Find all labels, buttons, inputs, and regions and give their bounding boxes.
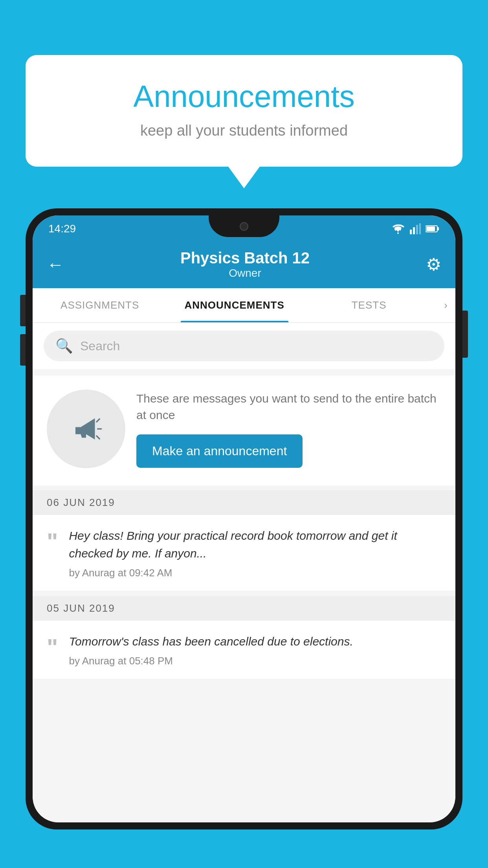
svg-line-7 — [97, 419, 99, 422]
signal-icon — [410, 223, 421, 234]
svg-rect-0 — [410, 230, 412, 234]
status-bar: 14:29 — [33, 215, 455, 242]
speech-bubble-title: Announcements — [57, 79, 431, 114]
announcement-item-2[interactable]: " Tomorrow's class has been cancelled du… — [33, 621, 455, 679]
announcement-meta-1: by Anurag at 09:42 AM — [69, 567, 441, 579]
phone-volume-up-button — [20, 295, 26, 326]
speech-bubble-arrow — [228, 167, 260, 188]
status-icons — [391, 223, 440, 234]
svg-rect-1 — [413, 227, 415, 234]
svg-rect-3 — [419, 223, 421, 234]
phone-wrapper: 14:29 — [26, 208, 462, 868]
quote-icon-2: " — [47, 636, 58, 659]
phone-outer: 14:29 — [26, 208, 462, 829]
wifi-icon — [391, 223, 405, 234]
date-separator-2: 05 JUN 2019 — [33, 596, 455, 621]
tab-announcements[interactable]: ANNOUNCEMENTS — [167, 288, 301, 322]
announcement-content-2: Tomorrow's class has been cancelled due … — [69, 633, 441, 667]
status-time: 14:29 — [48, 223, 76, 235]
speech-bubble: Announcements keep all your students inf… — [26, 55, 462, 167]
app-header: ← Physics Batch 12 Owner ⚙ — [33, 242, 455, 288]
announcement-text-2: Tomorrow's class has been cancelled due … — [69, 633, 441, 650]
speech-bubble-wrapper: Announcements keep all your students inf… — [26, 55, 462, 188]
announcement-item-1[interactable]: " Hey class! Bring your practical record… — [33, 515, 455, 591]
date-separator-1: 06 JUN 2019 — [33, 490, 455, 515]
batch-title: Physics Batch 12 — [180, 249, 310, 267]
speech-bubble-subtitle: keep all your students informed — [57, 122, 431, 139]
search-placeholder: Search — [80, 339, 120, 353]
promo-card: These are messages you want to send to t… — [33, 375, 455, 485]
promo-content: These are messages you want to send to t… — [136, 390, 441, 468]
tabs-bar: ASSIGNMENTS ANNOUNCEMENTS TESTS › — [33, 288, 455, 323]
tab-tests[interactable]: TESTS — [302, 288, 436, 322]
make-announcement-button[interactable]: Make an announcement — [136, 434, 303, 468]
phone-screen: 14:29 — [33, 215, 455, 822]
camera — [240, 222, 248, 231]
announcement-meta-2: by Anurag at 05:48 PM — [69, 655, 441, 667]
tab-more-button[interactable]: › — [436, 288, 455, 322]
promo-icon-circle — [47, 390, 125, 468]
phone-power-button — [462, 311, 468, 358]
search-container: 🔍 Search — [33, 323, 455, 369]
search-box[interactable]: 🔍 Search — [44, 331, 444, 361]
svg-rect-5 — [437, 227, 439, 230]
tab-assignments[interactable]: ASSIGNMENTS — [33, 288, 167, 322]
announcement-content-1: Hey class! Bring your practical record b… — [69, 527, 441, 579]
quote-icon-1: " — [47, 530, 58, 554]
svg-rect-2 — [416, 225, 418, 234]
svg-line-9 — [97, 436, 99, 439]
svg-rect-6 — [426, 226, 435, 231]
megaphone-icon — [68, 411, 104, 447]
phone-volume-down-button — [20, 334, 26, 366]
batch-role: Owner — [180, 267, 310, 280]
search-icon: 🔍 — [55, 338, 73, 354]
announcement-text-1: Hey class! Bring your practical record b… — [69, 527, 441, 562]
settings-icon[interactable]: ⚙ — [426, 254, 441, 274]
header-center: Physics Batch 12 Owner — [180, 249, 310, 280]
notch — [209, 215, 279, 237]
battery-icon — [426, 225, 440, 233]
promo-description: These are messages you want to send to t… — [136, 390, 441, 423]
back-button[interactable]: ← — [47, 255, 64, 274]
